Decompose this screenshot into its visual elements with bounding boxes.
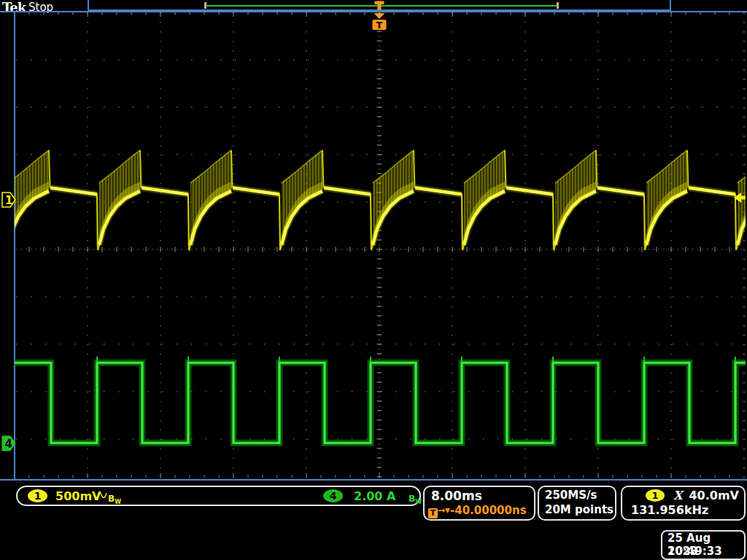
ch1-badge[interactable]: 1 (28, 489, 47, 502)
ch1-scale-readout[interactable]: 500mV (55, 489, 101, 503)
trigger-position-marker[interactable]: T (373, 1, 387, 31)
ch1-bandwidth-icon: BW (108, 491, 121, 505)
trigger-readout-box[interactable]: 1 X 40.0mV 131.956kHz (621, 486, 746, 521)
acquisition-readout-box[interactable]: 250MS/s 20M points (538, 486, 616, 521)
time-readout: 10:49:33 (667, 545, 722, 558)
ch1-position-marker[interactable]: 1 (2, 192, 15, 207)
ch4-badge[interactable]: 4 (323, 489, 343, 502)
sample-rate-readout: 250MS/s (545, 489, 597, 502)
ch4-bandwidth-icon: BW (409, 491, 422, 505)
svg-text:1: 1 (5, 194, 12, 207)
ch4-scale-readout[interactable]: 2.00 A (354, 489, 395, 503)
waveform-display: 14T (0, 0, 747, 560)
svg-text:T: T (376, 20, 383, 31)
trigger-type-glyph: X (673, 489, 682, 502)
graticule (16, 12, 745, 478)
down-triangle-icon: ▼ (445, 507, 450, 514)
ch4-position-marker[interactable]: 4 (2, 436, 15, 451)
record-length-readout: 20M points (545, 503, 614, 516)
ch4-trace (0, 357, 747, 443)
trigger-level-readout: 40.0mV (689, 489, 739, 502)
trigger-source-badge: 1 (646, 489, 665, 502)
channel-readout-box[interactable]: 1 500mV BW 4 2.00 A BW (16, 486, 421, 506)
trigger-delay-readout: T→▼-40.00000ns (428, 504, 527, 517)
horizontal-readout-box[interactable]: 8.00ms T→▼-40.00000ns (423, 486, 535, 521)
datetime-box: 25 Aug 2023 10:49:33 (661, 530, 746, 560)
right-arrow-icon: → (438, 505, 445, 516)
ch1-trace (6, 150, 747, 250)
trigger-frequency-readout: 131.956kHz (631, 503, 708, 517)
trigger-t-icon: T (428, 508, 438, 518)
svg-text:4: 4 (5, 438, 12, 451)
horizontal-scale-readout: 8.00ms (431, 489, 482, 503)
oscilloscope-screen: Tek Stop 14T 1 500mV BW 4 2.00 A BW 8.00… (0, 0, 747, 560)
